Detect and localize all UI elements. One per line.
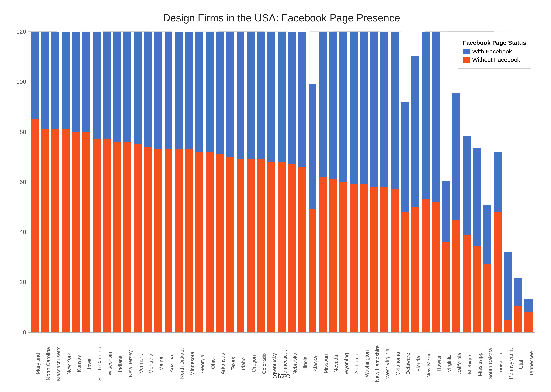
legend-with-label: With Facebook	[472, 48, 512, 55]
bar-stack	[154, 32, 162, 332]
x-tick-label: Louisiana	[498, 353, 504, 375]
bar-group: Alabama	[349, 32, 358, 332]
bar-without-facebook	[288, 164, 296, 332]
bar-with-facebook	[288, 32, 296, 164]
bar-with-facebook	[442, 182, 450, 242]
bar-stack	[113, 32, 121, 332]
bar-group: Maine	[153, 32, 163, 332]
bar-with-facebook	[113, 32, 121, 142]
x-tick-label: Kentucky	[272, 353, 278, 374]
bar-group: Tennessee	[524, 32, 533, 332]
bar-stack	[175, 32, 183, 332]
bar-stack	[391, 32, 399, 332]
bar-without-facebook	[339, 182, 347, 332]
bar-without-facebook	[144, 147, 152, 332]
bar-group: South Dakota	[483, 32, 492, 332]
y-tick-label: 0	[23, 329, 26, 336]
bar-without-facebook	[391, 189, 399, 332]
bar-stack	[278, 32, 286, 332]
x-tick-label: Mississippi	[477, 351, 483, 376]
legend-without-label: Without Facebook	[472, 56, 520, 63]
bar-group: Pennsylvania	[503, 32, 513, 332]
bar-stack	[31, 32, 39, 332]
bar-with-facebook	[380, 32, 389, 187]
bar-without-facebook	[226, 157, 234, 332]
bar-group: Oklahoma	[390, 32, 400, 332]
bar-with-facebook	[51, 32, 59, 129]
bar-without-facebook	[360, 184, 368, 332]
bar-with-facebook	[93, 32, 101, 140]
x-tick-label: New York	[66, 353, 72, 375]
bar-stack	[329, 32, 337, 332]
bar-stack	[494, 99, 502, 332]
bar-group: Utah	[513, 32, 523, 332]
bar-group: Texas	[225, 32, 235, 332]
bar-without-facebook	[411, 207, 419, 332]
bar-stack	[226, 32, 234, 332]
bar-group: Nebraska	[287, 32, 297, 332]
x-tick-label: Tennessee	[528, 351, 535, 376]
x-tick-label: Missouri	[323, 354, 329, 373]
x-tick-label: New Jersey	[128, 350, 134, 377]
bar-stack	[350, 32, 358, 332]
bar-with-facebook	[298, 32, 306, 167]
bar-stack	[380, 32, 389, 332]
bar-without-facebook	[134, 144, 142, 332]
bar-without-facebook	[524, 312, 533, 332]
bar-without-facebook	[175, 149, 183, 332]
bar-group: Minnesota	[184, 32, 194, 332]
bar-with-facebook	[226, 32, 234, 157]
bar-group: Vermont	[133, 32, 143, 332]
bar-stack	[319, 32, 327, 332]
bar-without-facebook	[51, 129, 59, 332]
bar-stack	[93, 32, 101, 332]
x-tick-label: Nebraska	[292, 353, 298, 375]
bar-stack	[206, 32, 214, 332]
bar-stack	[473, 97, 481, 332]
legend: Facebook Page Status With Facebook Witho…	[458, 36, 531, 69]
bar-without-facebook	[72, 132, 80, 332]
bar-without-facebook	[236, 160, 245, 332]
x-tick-label: Georgia	[200, 355, 206, 373]
bar-without-facebook	[165, 149, 173, 332]
bar-with-facebook	[175, 32, 183, 149]
bar-without-facebook	[494, 212, 502, 332]
x-tick-label: Wyoming	[343, 353, 350, 374]
bar-without-facebook	[514, 306, 522, 332]
bar-stack	[308, 59, 317, 332]
bar-group: South Carolina	[92, 32, 101, 332]
bar-group: New Mexico	[421, 32, 430, 332]
x-tick-label: Montana	[148, 354, 154, 374]
bar-with-facebook	[401, 102, 409, 212]
x-tick-label: New Hampshire	[374, 345, 380, 382]
bar-with-facebook	[103, 32, 111, 140]
bar-with-facebook	[473, 148, 481, 246]
bar-without-facebook	[185, 149, 193, 332]
bar-without-facebook	[82, 132, 90, 332]
bar-with-facebook	[494, 152, 502, 212]
bar-without-facebook	[206, 152, 214, 332]
x-tick-label: Arkansas	[220, 353, 226, 374]
bar-with-facebook	[62, 32, 70, 129]
chart-title: Design Firms in the USA: Facebook Page P…	[28, 12, 535, 24]
bar-group: Michigan	[462, 32, 472, 332]
bar-with-facebook	[267, 32, 275, 162]
x-tick-label: South Carolina	[97, 347, 103, 381]
bar-group: Nevada	[328, 32, 338, 332]
x-tick-label: Maine	[158, 357, 164, 371]
bar-group: Connecticut	[277, 32, 286, 332]
bar-group: New Hampshire	[369, 32, 379, 332]
bar-group: Massachusetts	[51, 32, 60, 332]
y-tick-label: 20	[20, 279, 26, 286]
x-tick-label: Maryland	[35, 353, 41, 374]
bar-without-facebook	[422, 199, 430, 332]
bar-stack	[134, 32, 142, 332]
bar-stack	[185, 32, 193, 332]
bar-stack	[524, 232, 533, 332]
bar-with-facebook	[514, 278, 522, 306]
bar-without-facebook	[370, 187, 378, 332]
bar-stack	[504, 177, 512, 332]
x-tick-label: Hawaii	[436, 356, 442, 371]
bar-with-facebook	[350, 32, 358, 184]
x-tick-label: Nevada	[333, 355, 339, 373]
